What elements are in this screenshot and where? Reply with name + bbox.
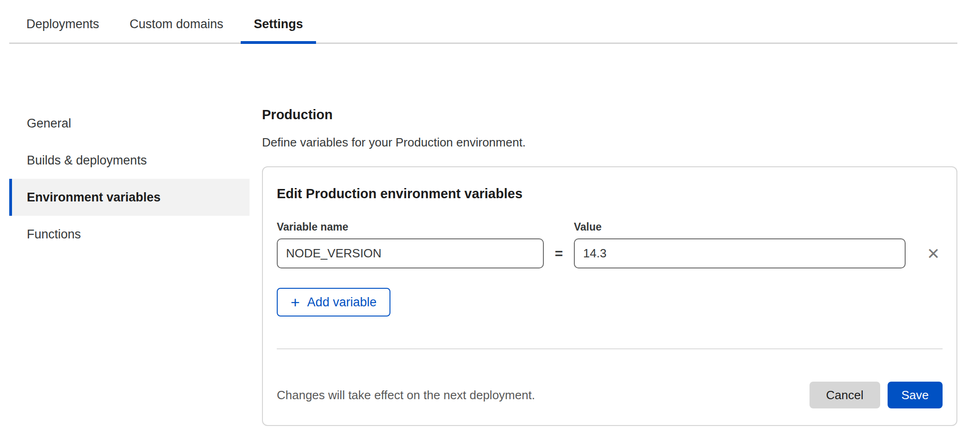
equals-sign: = [544, 238, 574, 268]
variable-value-input[interactable] [574, 238, 906, 268]
tab-settings[interactable]: Settings [241, 10, 316, 44]
add-variable-label: Add variable [307, 295, 377, 310]
variable-name-label: Variable name [277, 221, 544, 233]
add-variable-button[interactable]: + Add variable [277, 288, 390, 316]
tab-deployments[interactable]: Deployments [13, 10, 112, 44]
variable-row: Variable name = Value ✕ [277, 221, 943, 268]
card-title: Edit Production environment variables [277, 186, 943, 201]
section-description: Define variables for your Production env… [262, 135, 957, 150]
variable-value-label: Value [574, 221, 906, 233]
env-vars-card: Edit Production environment variables Va… [262, 166, 957, 426]
card-footer: Changes will take effect on the next dep… [277, 382, 943, 408]
save-button[interactable]: Save [888, 382, 943, 408]
main-panel: Production Define variables for your Pro… [250, 105, 957, 426]
plus-icon: + [291, 294, 300, 310]
settings-page: Deployments Custom domains Settings Gene… [0, 0, 980, 426]
variable-name-column: Variable name [277, 221, 544, 268]
content-area: General Builds & deployments Environment… [9, 105, 957, 426]
settings-sidebar: General Builds & deployments Environment… [9, 105, 250, 253]
close-icon: ✕ [927, 246, 940, 262]
variable-value-column: Value [574, 221, 906, 268]
sidebar-item-environment-variables[interactable]: Environment variables [9, 179, 250, 216]
tab-custom-domains[interactable]: Custom domains [117, 10, 237, 44]
cancel-button[interactable]: Cancel [810, 382, 880, 408]
sidebar-item-functions[interactable]: Functions [9, 216, 250, 253]
variable-name-input[interactable] [277, 238, 544, 268]
section-title: Production [262, 107, 957, 122]
project-tabbar: Deployments Custom domains Settings [9, 0, 957, 44]
deployment-note: Changes will take effect on the next dep… [277, 388, 810, 402]
sidebar-item-builds-deployments[interactable]: Builds & deployments [9, 142, 250, 179]
sidebar-item-general[interactable]: General [9, 105, 250, 142]
card-divider [277, 348, 943, 349]
remove-variable-button[interactable]: ✕ [924, 238, 943, 268]
